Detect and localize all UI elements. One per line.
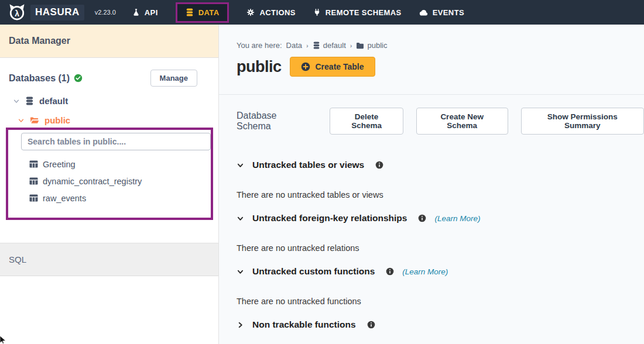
section-title: Untracked custom functions xyxy=(252,266,375,277)
learn-more-link[interactable]: (Learn More) xyxy=(434,214,480,223)
check-circle-icon xyxy=(74,74,83,82)
nav-tab-events-label: EVENTS xyxy=(433,8,464,17)
top-nav: λ HASURA v2.23.0 API DATA ACTIONS REMOTE… xyxy=(0,0,644,25)
create-new-schema-button[interactable]: Create New Schema xyxy=(416,108,508,135)
breadcrumb-default-label: default xyxy=(323,41,346,50)
table-name-label: raw_events xyxy=(43,194,86,203)
untracked-tables-empty-text: There are no untracked tables or views xyxy=(237,190,644,199)
nav-tab-api-label: API xyxy=(145,8,158,17)
chevron-right-icon xyxy=(237,321,244,329)
nav-tab-events[interactable]: EVENTS xyxy=(419,8,464,17)
folder-icon xyxy=(356,42,364,49)
gears-icon xyxy=(246,8,255,16)
untracked-relations-empty-text: There are no untracked relations xyxy=(237,243,644,253)
sidebar-item-schema-public[interactable]: public xyxy=(18,115,218,125)
section-untracked-fk-relationships[interactable]: Untracked foreign-key relationships (Lea… xyxy=(237,213,644,223)
chevron-right-icon: › xyxy=(350,42,352,49)
nav-tab-api[interactable]: API xyxy=(132,8,158,17)
manage-button[interactable]: Manage xyxy=(150,70,197,87)
chevron-down-icon xyxy=(237,268,244,276)
cloud-icon xyxy=(419,9,428,16)
data-manager-title: Data Manager xyxy=(9,36,70,46)
info-icon[interactable] xyxy=(386,267,394,276)
database-schema-label: Database Schema xyxy=(237,111,310,132)
database-icon xyxy=(25,97,34,105)
hasura-wordmark: HASURA xyxy=(30,5,84,20)
info-icon[interactable] xyxy=(367,321,375,329)
delete-schema-button[interactable]: Delete Schema xyxy=(330,108,403,135)
nav-tab-data-label: DATA xyxy=(198,8,220,17)
open-folder-icon xyxy=(30,116,39,125)
svg-text:λ: λ xyxy=(15,9,19,18)
annotation-highlight-data-tab: DATA xyxy=(176,2,229,23)
table-icon xyxy=(29,177,38,185)
breadcrumb: You are here: Data › default › public xyxy=(237,41,644,50)
flask-icon xyxy=(132,8,140,16)
page-title: public xyxy=(237,58,282,76)
chevron-down-icon xyxy=(237,161,244,169)
hasura-logo-icon: λ xyxy=(8,4,26,21)
data-manager-header: Data Manager xyxy=(0,25,218,58)
info-icon[interactable] xyxy=(418,214,426,222)
section-title: Untracked tables or views xyxy=(252,160,364,170)
database-icon xyxy=(186,8,194,16)
chevron-right-icon: › xyxy=(306,42,309,49)
mouse-cursor xyxy=(0,336,7,344)
title-row: public Create Table xyxy=(237,57,644,77)
database-schema-row: Database Schema Delete Schema Create New… xyxy=(237,108,644,135)
breadcrumb-item-public[interactable]: public xyxy=(356,41,387,50)
schema-public-label: public xyxy=(44,115,70,125)
sidebar-item-table-raw-events[interactable]: raw_events xyxy=(29,190,218,207)
table-icon xyxy=(29,160,38,168)
breadcrumb-item-data[interactable]: Data xyxy=(286,41,302,50)
section-untracked-tables[interactable]: Untracked tables or views xyxy=(237,160,644,170)
nav-tab-actions-label: ACTIONS xyxy=(259,8,295,17)
table-name-label: dynamic_contract_registry xyxy=(43,177,142,186)
untracked-functions-empty-text: There are no untracked functions xyxy=(237,297,644,306)
databases-count-label: Databases (1) xyxy=(9,73,70,84)
section-title: Untracked foreign-key relationships xyxy=(252,213,407,223)
nav-tab-data[interactable]: DATA xyxy=(186,8,220,17)
learn-more-link[interactable]: (Learn More) xyxy=(402,267,448,276)
breadcrumb-public-label: public xyxy=(367,41,387,50)
sidebar-item-table-dynamic-contract-registry[interactable]: dynamic_contract_registry xyxy=(29,173,218,190)
nav-tab-actions[interactable]: ACTIONS xyxy=(246,8,295,17)
version-label: v2.23.0 xyxy=(95,9,116,16)
databases-label: Databases (1) xyxy=(9,73,83,84)
sidebar-item-sql[interactable]: SQL xyxy=(0,243,218,276)
chevron-down-icon[interactable] xyxy=(13,98,20,105)
database-icon xyxy=(313,42,320,49)
search-tables-input[interactable] xyxy=(21,133,211,150)
sql-label: SQL xyxy=(9,254,26,264)
sidebar-item-table-greeting[interactable]: Greeting xyxy=(29,156,218,173)
database-default-label: default xyxy=(39,96,68,106)
section-untracked-custom-functions[interactable]: Untracked custom functions (Learn More) xyxy=(237,266,644,277)
chevron-down-icon xyxy=(237,215,244,222)
create-table-label: Create Table xyxy=(316,62,364,71)
main-content: You are here: Data › default › public pu… xyxy=(219,25,644,344)
table-icon xyxy=(29,194,38,202)
section-divider xyxy=(219,94,644,95)
table-name-label: Greeting xyxy=(43,160,76,169)
nav-tab-remote-schemas[interactable]: REMOTE SCHEMAS xyxy=(313,8,402,17)
nav-tab-remote-schemas-label: REMOTE SCHEMAS xyxy=(326,8,402,17)
databases-row: Databases (1) Manage xyxy=(0,58,218,87)
section-title: Non trackable functions xyxy=(252,319,356,330)
breadcrumb-item-default[interactable]: default xyxy=(313,41,346,50)
data-sidebar: Data Manager Databases (1) Manage defaul… xyxy=(0,25,219,344)
breadcrumb-data-label: Data xyxy=(286,41,302,50)
plug-icon xyxy=(313,8,321,16)
plus-circle-icon xyxy=(301,62,310,71)
hasura-logo[interactable]: λ HASURA xyxy=(8,4,84,21)
chevron-down-icon[interactable] xyxy=(18,117,25,124)
breadcrumb-prefix: You are here: xyxy=(237,41,282,50)
sidebar-item-database-default[interactable]: default xyxy=(13,96,218,106)
section-non-trackable-functions[interactable]: Non trackable functions xyxy=(237,319,644,330)
create-table-button[interactable]: Create Table xyxy=(290,57,375,77)
info-icon[interactable] xyxy=(375,161,383,169)
table-list: Greeting dynamic_contract_registry raw_e… xyxy=(29,156,218,207)
show-permissions-summary-button[interactable]: Show Permissions Summary xyxy=(521,108,644,135)
